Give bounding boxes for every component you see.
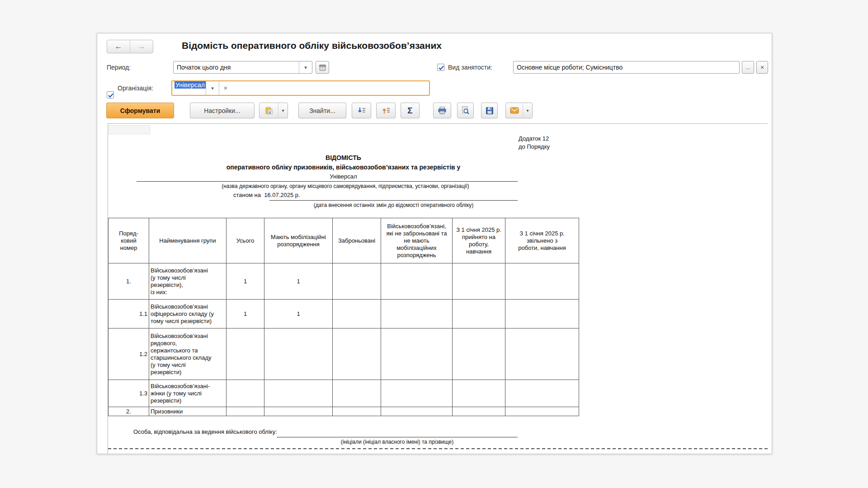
table-row: 1.1 Військовозобов’язані офіцерського ск…	[108, 300, 579, 328]
back-arrow-icon: ←	[115, 42, 123, 51]
dismissed-cell	[505, 300, 579, 328]
check-icon	[438, 64, 445, 71]
chevron-down-icon[interactable]: ▾	[523, 103, 532, 118]
back-button[interactable]: ←	[107, 40, 130, 53]
clear-icon: ×	[224, 84, 227, 92]
appendix-line-2: до Порядку	[519, 143, 550, 151]
chevron-down-icon: ▾	[304, 65, 307, 70]
sort-ascending-button[interactable]	[376, 103, 396, 118]
group-name-cell: Військовозобов’язані (у тому числі резер…	[149, 263, 226, 300]
send-mail-split-button[interactable]: ▾	[505, 103, 533, 118]
responsible-person-label: Особа, відповідальна за ведення військов…	[133, 428, 277, 435]
sum-button[interactable]: Σ	[401, 103, 420, 118]
find-button[interactable]: Знайти...	[298, 103, 346, 118]
preview-button[interactable]	[457, 103, 474, 118]
org-name-caption: (назва державного органу, органу місцево…	[108, 183, 583, 189]
employment-choose-button[interactable]: ...	[742, 61, 754, 74]
chevron-down-icon: ▾	[211, 85, 214, 91]
organization-clear-button[interactable]: ×	[219, 81, 232, 95]
responsible-signature-line	[277, 437, 518, 437]
header-cell: Військовозобов’язані, які не заброньован…	[381, 218, 453, 263]
organization-label: Організація:	[118, 80, 153, 96]
report-table: Поряд- ковий номер Найменування групи Ус…	[108, 218, 579, 416]
table-row: 1.2 Військовозобов’язані рядового, сержа…	[108, 328, 579, 380]
total-cell	[226, 380, 264, 407]
group-name-cell: Призовники	[149, 407, 226, 416]
history-nav: ← →	[107, 40, 153, 53]
reserved-cell	[333, 328, 381, 380]
preview-icon	[461, 106, 470, 115]
row-number-cell: 1.2	[108, 328, 149, 380]
page-title: Відомість оперативного обліку військовоз…	[182, 39, 442, 52]
period-dropdown-button[interactable]: ▾	[299, 61, 312, 73]
hired-cell	[453, 380, 505, 407]
report-variants-split-button[interactable]: ▾	[259, 103, 288, 118]
table-row: 1.3 Військовозобов’язані- жінки (у тому …	[108, 380, 579, 407]
unreserved-cell	[381, 263, 453, 300]
header-cell: Мають мобілізаційні розпорядження	[264, 218, 333, 263]
table-row: 2. Призовники	[108, 407, 579, 416]
clear-icon: ×	[760, 64, 764, 71]
organization-value: Універсал	[172, 81, 206, 95]
header-cell: Поряд- ковий номер	[108, 218, 149, 263]
chevron-down-icon[interactable]: ▾	[278, 103, 288, 118]
org-name-underline	[137, 181, 518, 182]
employment-checkbox[interactable]	[437, 64, 444, 71]
mob-orders-cell	[264, 380, 333, 407]
screen: { "glyphs": {"dropdown":"▾","clear":"×",…	[0, 0, 868, 488]
period-field[interactable]: Початок цього дня ▾	[173, 61, 312, 74]
as-of-date-caption: (дата внесення останніх змін до відомост…	[269, 202, 518, 208]
unreserved-cell	[381, 407, 453, 416]
organization-dropdown-button[interactable]: ▾	[206, 81, 219, 95]
dismissed-cell	[505, 263, 579, 300]
reserved-cell	[333, 407, 381, 416]
employment-value: Основне місце роботи; Сумісництво	[514, 61, 739, 73]
sigma-icon: Σ	[407, 106, 412, 116]
total-cell: 1	[226, 263, 264, 300]
save-button[interactable]	[481, 103, 498, 118]
organization-checkbox[interactable]	[107, 91, 114, 99]
header-cell: З 1 січня 2025 р. звільнено з роботи, на…	[505, 218, 579, 263]
group-name-cell: Військовозобов’язані рядового, сержантсь…	[149, 328, 226, 380]
employment-field[interactable]: Основне місце роботи; Сумісництво	[513, 61, 740, 74]
header-cell: Найменування групи	[149, 218, 226, 263]
responsible-caption: (ініціали (ініціал власного імені) та пр…	[277, 439, 518, 445]
reserved-cell	[333, 380, 381, 407]
row-number-cell: 2.	[108, 407, 149, 416]
hired-cell	[453, 263, 505, 300]
as-of-date: 16.07.2025 р.	[264, 192, 300, 198]
hired-cell	[453, 328, 505, 380]
report-heading: ВІДОМІСТЬ	[108, 154, 579, 161]
print-button[interactable]	[433, 103, 451, 118]
mob-orders-cell: 1	[264, 263, 333, 300]
table-header-row: Поряд- ковий номер Найменування групи Ус…	[108, 218, 579, 263]
ellipsis-icon: ...	[745, 64, 750, 70]
dismissed-cell	[505, 407, 579, 416]
forward-button[interactable]: →	[130, 40, 153, 53]
header-cell: Заброньовані	[333, 218, 381, 263]
employment-clear-button[interactable]: ×	[756, 61, 768, 74]
sort-descending-button[interactable]	[352, 103, 371, 118]
sort-ascending-icon	[381, 106, 391, 115]
employment-label: Вид занятости:	[448, 61, 492, 74]
report-corner-cell	[108, 125, 150, 134]
settings-button[interactable]: Настройки...	[190, 103, 255, 118]
header-cell: Усього	[226, 218, 264, 263]
period-calendar-button[interactable]	[316, 61, 329, 74]
page-break-dashed-line	[108, 448, 768, 449]
generate-button[interactable]: Сформувати	[106, 103, 174, 118]
table-row: 1. Військовозобов’язані (у тому числі ре…	[108, 263, 579, 300]
dismissed-cell	[505, 328, 579, 380]
header-cell: З 1 січня 2025 р. прийнято на роботу, на…	[453, 218, 505, 263]
printer-icon	[438, 107, 447, 115]
mob-orders-cell	[264, 407, 333, 416]
clipboard-icon	[265, 107, 273, 115]
row-number-cell: 1.3	[108, 380, 149, 407]
report-document: Додаток 12 до Порядку ВІДОМІСТЬ оператив…	[108, 123, 768, 454]
selected-text: Універсал	[175, 81, 206, 89]
group-name-cell: Військовозобов’язані офіцерського складу…	[149, 300, 226, 328]
forward-arrow-icon: →	[138, 42, 146, 51]
dismissed-cell	[505, 380, 579, 407]
organization-field[interactable]: Універсал ▾ ×	[171, 80, 430, 96]
period-label: Период:	[107, 61, 131, 74]
